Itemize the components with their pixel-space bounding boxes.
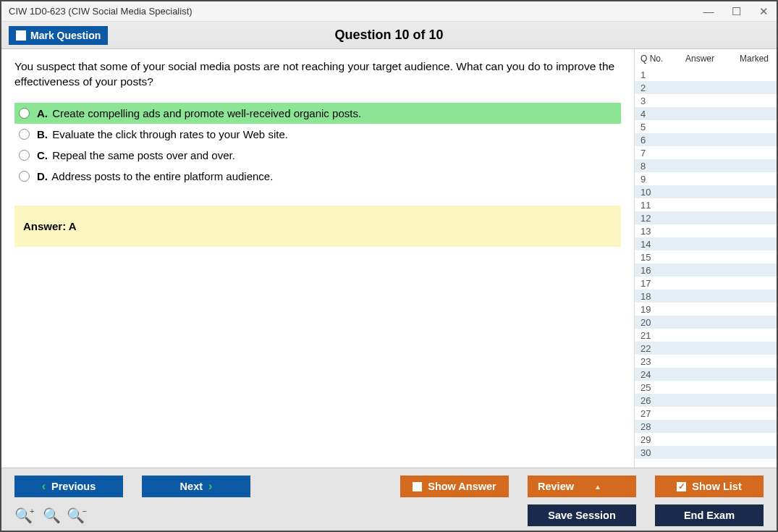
col-header-answer: Answer (668, 54, 732, 64)
qlist-row[interactable]: 16 (635, 263, 777, 276)
next-button[interactable]: Next › (142, 476, 250, 497)
titlebar: CIW 1D0-623 (CIW Social Media Specialist… (1, 1, 777, 22)
qlist-row[interactable]: 1 (635, 68, 777, 81)
review-label: Review (538, 481, 574, 492)
qlist-row[interactable]: 11 (635, 198, 777, 211)
show-list-button[interactable]: ✓ Show List (655, 476, 764, 497)
qlist-row[interactable]: 25 (635, 381, 777, 394)
qlist-row[interactable]: 27 (635, 407, 777, 420)
option-row[interactable]: A. Create compelling ads and promote wel… (14, 103, 621, 124)
save-session-label: Save Session (548, 510, 616, 521)
qlist-row[interactable]: 19 (635, 303, 777, 316)
show-answer-button[interactable]: Show Answer (400, 476, 509, 497)
qlist-number: 26 (640, 395, 668, 406)
previous-button[interactable]: ‹ Previous (14, 476, 123, 497)
next-label: Next (180, 481, 203, 492)
qlist-row[interactable]: 3 (635, 94, 777, 107)
qlist-number: 30 (640, 447, 668, 458)
option-letter: C. (37, 149, 48, 161)
option-row[interactable]: C. Repeal the same posts over and over. (14, 145, 621, 166)
qlist-body[interactable]: 1234567891011121314151617181920212223242… (635, 68, 777, 468)
qlist-row[interactable]: 28 (635, 420, 777, 433)
qlist-number: 4 (640, 109, 668, 119)
qlist-number: 22 (640, 343, 668, 354)
qlist-row[interactable]: 7 (635, 146, 777, 159)
zoom-reset-icon[interactable]: 🔍 (43, 507, 61, 524)
end-exam-button[interactable]: End Exam (655, 504, 764, 526)
question-panel: You suspect that some of your social med… (1, 49, 634, 468)
qlist-row[interactable]: 29 (635, 433, 777, 446)
qlist-row[interactable]: 30 (635, 446, 777, 459)
window-title: CIW 1D0-623 (CIW Social Media Specialist… (9, 6, 193, 17)
qlist-number: 23 (640, 356, 668, 367)
qlist-number: 9 (640, 174, 668, 185)
qlist-row[interactable]: 21 (635, 329, 777, 342)
option-row[interactable]: D. Address posts to the entire platform … (14, 166, 621, 187)
qlist-number: 8 (640, 161, 668, 172)
qlist-row[interactable]: 15 (635, 250, 777, 263)
mark-checkbox-icon (16, 30, 26, 41)
qlist-row[interactable]: 22 (635, 342, 777, 355)
qlist-row[interactable]: 2 (635, 81, 777, 94)
question-counter-title: Question 10 of 10 (334, 28, 443, 43)
qlist-row[interactable]: 13 (635, 224, 777, 237)
col-header-marked: Marked (732, 54, 777, 64)
radio-icon (19, 150, 30, 161)
radio-icon (19, 129, 30, 140)
qlist-row[interactable]: 6 (635, 133, 777, 146)
save-session-button[interactable]: Save Session (528, 504, 636, 526)
qlist-row[interactable]: 10 (635, 185, 777, 198)
zoom-out-icon[interactable]: 🔍− (67, 507, 89, 524)
qlist-header: Q No. Answer Marked (635, 49, 777, 68)
zoom-controls: 🔍+ 🔍 🔍− (14, 507, 90, 524)
qlist-row[interactable]: 12 (635, 211, 777, 224)
qlist-number: 2 (640, 83, 668, 93)
option-letter: B. (37, 128, 48, 140)
qlist-row[interactable]: 24 (635, 368, 777, 381)
option-letter: A. (37, 107, 48, 119)
qlist-row[interactable]: 8 (635, 159, 777, 172)
option-letter: D. (37, 170, 48, 182)
qlist-number: 7 (640, 148, 668, 159)
chevron-right-icon: › (208, 480, 212, 493)
qlist-row[interactable]: 14 (635, 237, 777, 250)
previous-label: Previous (51, 481, 96, 492)
end-exam-label: End Exam (684, 510, 735, 521)
qlist-number: 5 (640, 122, 668, 132)
qlist-row[interactable]: 20 (635, 316, 777, 329)
qlist-row[interactable]: 9 (635, 172, 777, 185)
bottom-row-1: ‹ Previous Next › Show Answer Review ▲ ✓… (14, 476, 764, 497)
qlist-row[interactable]: 18 (635, 290, 777, 303)
qlist-number: 1 (640, 69, 668, 80)
close-icon[interactable]: ✕ (756, 6, 771, 17)
caret-up-icon: ▲ (594, 483, 601, 491)
option-row[interactable]: B. Evaluate the click through rates to y… (14, 124, 621, 145)
qlist-number: 19 (640, 304, 668, 315)
option-body: Address posts to the entire platform aud… (49, 170, 273, 182)
show-list-label: Show List (692, 481, 741, 492)
qlist-row[interactable]: 23 (635, 355, 777, 368)
review-button[interactable]: Review ▲ (528, 476, 636, 497)
option-text: B. Evaluate the click through rates to y… (37, 128, 288, 140)
qlist-row[interactable]: 17 (635, 276, 777, 290)
qlist-row[interactable]: 5 (635, 120, 777, 133)
question-text: You suspect that some of your social med… (14, 59, 621, 90)
minimize-icon[interactable]: — (701, 6, 716, 17)
option-body: Evaluate the click through rates to your… (49, 128, 288, 140)
square-icon (413, 482, 422, 491)
qlist-number: 24 (640, 369, 668, 380)
mark-question-button[interactable]: Mark Question (9, 26, 108, 45)
question-list-panel: Q No. Answer Marked 12345678910111213141… (634, 49, 777, 468)
checkmark-icon: ✓ (677, 482, 686, 491)
qlist-number: 27 (640, 408, 668, 419)
qlist-number: 18 (640, 291, 668, 302)
qlist-number: 14 (640, 239, 668, 250)
app-window: CIW 1D0-623 (CIW Social Media Specialist… (0, 0, 778, 532)
zoom-in-icon[interactable]: 🔍+ (14, 507, 37, 524)
maximize-icon[interactable]: ☐ (729, 6, 743, 17)
chevron-left-icon: ‹ (42, 480, 46, 493)
qlist-row[interactable]: 4 (635, 107, 777, 120)
options-list: A. Create compelling ads and promote wel… (14, 103, 621, 187)
qlist-row[interactable]: 26 (635, 394, 777, 407)
answer-box: Answer: A (14, 206, 621, 247)
